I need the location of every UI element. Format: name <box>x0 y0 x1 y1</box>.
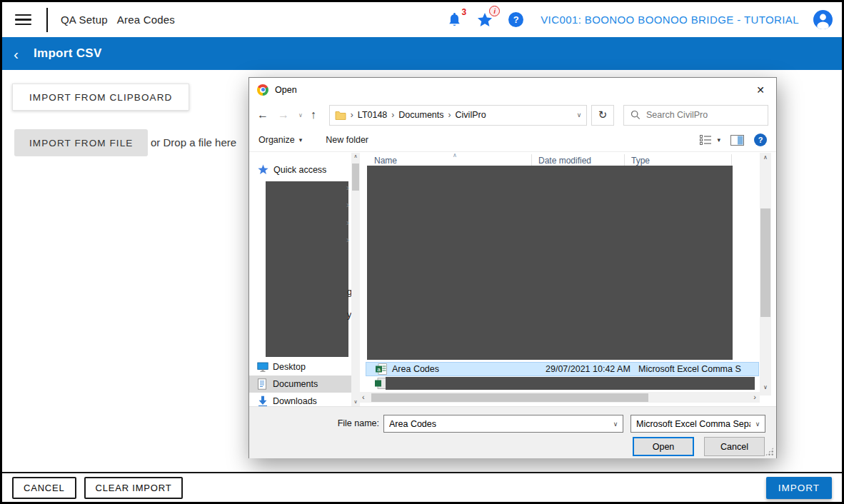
search-box[interactable] <box>623 105 768 126</box>
import-from-file-button[interactable]: IMPORT FROM FILE <box>14 129 148 156</box>
nav-up-icon[interactable]: ↑ <box>311 109 316 121</box>
nav-back-icon[interactable]: ← <box>257 109 268 121</box>
help-button[interactable]: ? <box>508 12 523 27</box>
scroll-right-icon[interactable]: › <box>753 393 756 401</box>
sidebar-item-desktop[interactable]: Desktop <box>249 358 351 376</box>
new-folder-button[interactable]: New folder <box>326 135 368 145</box>
desktop-label: Desktop <box>273 362 306 372</box>
file-row-area-codes[interactable]: a Area Codes 29/07/2021 10:42 AM Microso… <box>366 362 759 376</box>
nav-forward-icon[interactable]: → <box>278 109 289 121</box>
user-avatar-icon[interactable] <box>813 10 833 29</box>
folder-icon <box>335 111 346 120</box>
open-file-dialog: Open ✕ ← → ∨ ↑ › LT0148 › Documents › Ci… <box>248 77 777 458</box>
address-bar[interactable]: › LT0148 › Documents › CivilPro ∨ <box>329 105 587 126</box>
sidebar-scrollbar[interactable]: ∧ ∨ <box>351 153 360 406</box>
dialog-cancel-button[interactable]: Cancel <box>704 437 765 456</box>
preview-pane-button[interactable] <box>730 135 744 146</box>
address-dropdown-icon[interactable]: ∨ <box>577 111 582 119</box>
file-list-pane: ∧ Name Date modified Type a Area Co <box>360 153 760 406</box>
scroll-down-icon[interactable]: ∨ <box>351 399 360 405</box>
file-name-combobox[interactable]: ∨ <box>383 415 623 433</box>
column-date-modified[interactable]: Date modified <box>538 156 591 166</box>
file-type-cell: Microsoft Excel Comma S <box>638 364 741 374</box>
sidebar-item-quick-access[interactable]: Quick access <box>258 164 326 175</box>
tree-expander-icon[interactable]: › <box>346 218 349 228</box>
downloads-label: Downloads <box>273 396 317 406</box>
cancel-button[interactable]: CANCEL <box>12 477 76 499</box>
breadcrumb-area-codes[interactable]: Area Codes <box>117 14 175 26</box>
search-input[interactable] <box>646 110 761 120</box>
view-caret-icon[interactable]: ▾ <box>717 136 720 143</box>
import-button[interactable]: IMPORT <box>766 477 832 499</box>
column-type[interactable]: Type <box>631 156 650 166</box>
scroll-up-icon[interactable]: ∧ <box>351 153 360 159</box>
dialog-sidebar: Quick access › › › › g y Desktop <box>249 153 351 406</box>
crumb-civilpro[interactable]: CivilPro <box>456 110 486 120</box>
topbar-right: 3 i ? VIC001: BOONOO BOONOO BRIDGE - TUT… <box>432 10 842 29</box>
file-list-scrollbar-thumb[interactable] <box>760 208 770 317</box>
preview-pane-icon <box>730 135 744 146</box>
dialog-close-button[interactable]: ✕ <box>745 78 776 101</box>
toolbar-right: ▾ ? <box>690 133 767 146</box>
file-type-dropdown-icon: ∨ <box>750 420 765 428</box>
horizontal-scrollbar[interactable]: ‹ › <box>360 392 760 403</box>
sidebar-scrollbar-thumb[interactable] <box>352 163 359 191</box>
dialog-toolbar: Organize ▾ New folder ▾ <box>249 128 776 152</box>
resize-grip[interactable] <box>765 447 774 456</box>
back-chevron-icon[interactable]: ‹ <box>14 46 19 61</box>
import-from-clipboard-button[interactable]: IMPORT FROM CLIPBOARD <box>12 84 189 111</box>
favorites-button[interactable]: i <box>477 12 493 27</box>
project-title[interactable]: VIC001: BOONOO BOONOO BRIDGE - TUTORIAL <box>541 14 799 26</box>
clear-import-button[interactable]: CLEAR IMPORT <box>84 477 184 499</box>
crumb-documents[interactable]: Documents <box>398 110 443 120</box>
tree-expander-icon[interactable]: › <box>346 200 349 210</box>
file-name-cell: Area Codes <box>392 364 439 374</box>
organize-label: Organize <box>258 135 295 145</box>
redacted-file-row-block <box>386 377 755 390</box>
sidebar-item-documents[interactable]: Documents <box>249 376 351 393</box>
scroll-up-icon[interactable]: ∧ <box>760 154 771 161</box>
file-name-dropdown-icon[interactable]: ∨ <box>608 420 623 428</box>
scroll-left-icon[interactable]: ‹ <box>362 393 365 401</box>
search-icon <box>631 110 640 120</box>
file-type-value: Microsoft Excel Comma Separa <box>631 419 750 429</box>
svg-text:a: a <box>377 366 381 373</box>
column-name[interactable]: Name <box>374 156 397 166</box>
topbar-divider <box>46 8 48 32</box>
breadcrumb-qa-setup[interactable]: QA Setup <box>61 14 108 26</box>
redacted-file-list-block <box>367 166 733 360</box>
scroll-down-icon[interactable]: ∨ <box>760 384 771 390</box>
file-date-cell: 29/07/2021 10:42 AM <box>546 364 631 374</box>
notification-count-badge: 3 <box>462 7 467 17</box>
documents-icon <box>257 378 267 390</box>
menu-icon[interactable] <box>15 11 31 29</box>
file-list-scrollbar-track[interactable]: ∧ ∨ <box>760 153 771 395</box>
pane-right-margin <box>771 153 776 406</box>
crumb-lt0148[interactable]: LT0148 <box>358 110 387 120</box>
refresh-icon: ↻ <box>598 109 608 121</box>
file-name-input[interactable] <box>384 419 608 429</box>
redacted-sidebar-block <box>266 181 348 357</box>
details-view-icon <box>700 135 713 145</box>
quick-access-star-icon <box>258 164 268 175</box>
quick-access-label: Quick access <box>273 165 326 175</box>
file-list-scrollbar[interactable]: ∧ ∨ <box>760 153 771 406</box>
drop-file-hint: or Drop a file here <box>151 136 236 148</box>
nav-history-chevron-icon[interactable]: ∨ <box>298 112 303 119</box>
dialog-help-icon[interactable]: ? <box>754 133 767 146</box>
details-view-button[interactable] <box>700 135 713 145</box>
desktop-icon <box>257 362 268 373</box>
help-icon: ? <box>508 12 523 27</box>
notifications-button[interactable]: 3 <box>448 12 461 27</box>
tree-expander-icon[interactable]: › <box>346 235 349 245</box>
tree-expander-icon[interactable]: › <box>346 183 349 193</box>
sort-ascending-icon: ∧ <box>453 152 457 158</box>
open-button[interactable]: Open <box>633 437 694 456</box>
organize-menu[interactable]: Organize ▾ <box>258 135 302 145</box>
excel-csv-file-icon <box>375 378 386 389</box>
organize-caret-icon: ▾ <box>299 136 303 143</box>
refresh-button[interactable]: ↻ <box>591 105 614 126</box>
file-type-select[interactable]: Microsoft Excel Comma Separa ∨ <box>631 415 765 433</box>
horizontal-scrollbar-thumb[interactable] <box>371 393 648 402</box>
downloads-icon <box>257 395 268 407</box>
